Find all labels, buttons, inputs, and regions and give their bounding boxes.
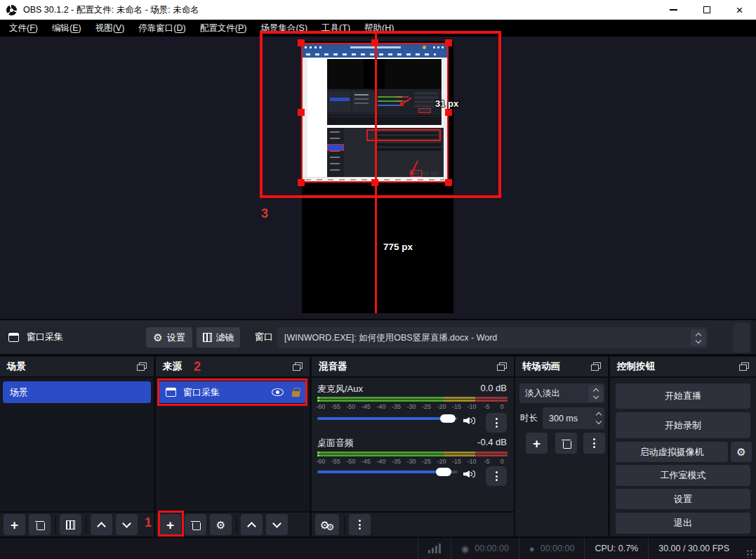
source-filters-button[interactable]: 滤镜 xyxy=(197,327,240,348)
popout-icon[interactable] xyxy=(293,362,303,371)
transition-select-dropdown[interactable]: 淡入淡出 xyxy=(519,383,604,403)
settings-button[interactable]: 设置 xyxy=(616,489,750,509)
source-settings-button[interactable]: ⚙ 设置 xyxy=(146,327,192,348)
close-button[interactable]: × xyxy=(723,0,756,20)
menu-docks[interactable]: 停靠窗口(D) xyxy=(131,20,192,37)
properties-scrollbar-track xyxy=(751,320,756,354)
mixer-header: 混音器 xyxy=(312,357,514,378)
mixer-channel-db: 0.0 dB xyxy=(480,383,507,393)
dropdown-spinner[interactable] xyxy=(691,329,705,346)
stream-status-icon: ◉ xyxy=(461,544,469,554)
annotation-number-3: 3 xyxy=(261,206,268,221)
sources-header: 来源 xyxy=(156,357,310,378)
remove-scene-button[interactable] xyxy=(29,514,51,535)
duration-label: 时长 xyxy=(520,412,538,424)
slider-handle[interactable] xyxy=(436,468,451,476)
chevron-down-icon xyxy=(592,393,598,398)
plus-icon: + xyxy=(11,519,18,531)
window-title: OBS 30.1.2 - 配置文件: 未命名 - 场景: 未命名 xyxy=(23,4,199,16)
remove-transition-button[interactable] xyxy=(555,433,577,454)
popout-icon[interactable] xyxy=(591,362,601,371)
popout-icon[interactable] xyxy=(739,362,749,371)
toolbar-separator xyxy=(86,516,87,533)
trash-icon xyxy=(191,520,200,530)
kebab-icon xyxy=(496,471,498,481)
studio-mode-button[interactable]: 工作室模式 xyxy=(616,465,750,486)
meter-scale: -60-55-50-45-40-35-30-25-20-15-10-50 xyxy=(313,403,510,410)
gear-icon: ⚙ xyxy=(216,520,225,530)
move-scene-down-button[interactable] xyxy=(116,514,138,535)
annotation-number-2: 2 xyxy=(194,360,201,374)
maximize-icon xyxy=(703,6,710,13)
titlebar: OBS 30.1.2 - 配置文件: 未命名 - 场景: 未命名 × xyxy=(0,0,756,20)
properties-scrollbar-thumb[interactable] xyxy=(733,323,750,353)
channel-options-button[interactable] xyxy=(486,466,507,486)
filter-icon xyxy=(203,333,212,342)
mixer-channel-name: 麦克风/Aux xyxy=(317,383,363,395)
add-transition-button[interactable]: + xyxy=(526,433,548,454)
volume-slider[interactable] xyxy=(317,468,458,476)
obs-main-window: OBS 30.1.2 - 配置文件: 未命名 - 场景: 未命名 × 文件(F)… xyxy=(0,0,756,559)
annotation-box-step1 xyxy=(158,511,184,537)
start-recording-button[interactable]: 开始录制 xyxy=(616,412,750,438)
resize-grip[interactable] xyxy=(746,549,755,558)
maximize-button[interactable] xyxy=(690,0,723,20)
statusbar: ◉ 00:00:00 ● 00:00:00 CPU: 0.7% 30.00 / … xyxy=(0,537,756,559)
speaker-icon[interactable] xyxy=(463,416,477,426)
annotation-box-step3 xyxy=(260,31,501,198)
scenes-toolbar: + xyxy=(0,511,154,537)
minimize-button[interactable] xyxy=(657,0,690,20)
slider-handle[interactable] xyxy=(440,414,456,423)
start-virtual-camera-button[interactable]: 启动虚拟摄像机 xyxy=(616,442,728,462)
scenes-header: 场景 xyxy=(0,357,154,378)
minimize-icon xyxy=(670,9,677,11)
window-controls: × xyxy=(657,0,756,20)
cpu-usage: CPU: 0.7% xyxy=(585,538,648,559)
obs-logo-icon xyxy=(6,5,17,15)
spacing-label-vertical: 775 px xyxy=(383,242,413,252)
fps-indicator: 30.00 / 30.00 FPS xyxy=(649,538,756,559)
window-property-label: 窗口 xyxy=(255,320,273,354)
menu-profile[interactable]: 配置文件(P) xyxy=(193,20,254,37)
transitions-header: 转场动画 xyxy=(515,357,608,378)
dropdown-spinner[interactable] xyxy=(588,385,603,402)
scene-filters-button[interactable] xyxy=(60,514,81,535)
mixer-toolbar: ⚙ ⚙ xyxy=(312,511,514,537)
kebab-icon xyxy=(359,520,361,530)
virtual-camera-settings-button[interactable]: ⚙ xyxy=(731,442,752,462)
chevron-up-icon xyxy=(596,412,602,418)
move-scene-up-button[interactable] xyxy=(91,514,112,535)
start-streaming-button[interactable]: 开始直播 xyxy=(616,383,750,409)
move-source-up-button[interactable] xyxy=(241,514,263,535)
spinbox-arrows[interactable] xyxy=(597,410,601,426)
trash-icon xyxy=(35,520,44,530)
mixer-channel-db: -0.4 dB xyxy=(477,437,507,447)
plus-icon: + xyxy=(533,438,541,449)
volume-slider[interactable] xyxy=(317,414,458,423)
gear-icon: ⚙ xyxy=(736,447,745,457)
add-scene-button[interactable]: + xyxy=(4,514,25,535)
channel-options-button[interactable] xyxy=(486,413,507,433)
popout-icon[interactable] xyxy=(137,362,147,371)
spacing-label-horizontal: 31 px xyxy=(435,98,458,109)
speaker-icon[interactable] xyxy=(463,469,477,479)
window-select-dropdown[interactable]: [WINWORD.EXE]: 如何使用OBS竖屏直播.docx - Word xyxy=(277,327,708,348)
scene-item[interactable]: 场景 xyxy=(3,381,151,403)
menu-edit[interactable]: 编辑(E) xyxy=(45,20,88,37)
advanced-audio-button[interactable]: ⚙ ⚙ xyxy=(315,514,339,535)
signal-bars-icon xyxy=(428,544,441,553)
annotation-box-step2 xyxy=(157,379,307,406)
menu-view[interactable]: 视图(V) xyxy=(88,20,132,37)
chevron-down-icon xyxy=(122,519,131,528)
popout-icon[interactable] xyxy=(497,362,507,371)
mixer-options-button[interactable] xyxy=(349,514,371,535)
scenes-list: 场景 xyxy=(0,378,154,511)
remove-source-button[interactable] xyxy=(185,514,206,535)
transition-options-button[interactable] xyxy=(583,433,605,454)
exit-button[interactable]: 退出 xyxy=(616,513,750,534)
source-properties-button[interactable]: ⚙ xyxy=(210,514,232,535)
move-source-down-button[interactable] xyxy=(266,514,288,535)
scenes-panel: 场景 场景 + xyxy=(0,357,154,537)
duration-spinbox[interactable]: 300 ms xyxy=(543,407,604,429)
menu-file[interactable]: 文件(F) xyxy=(2,20,45,37)
